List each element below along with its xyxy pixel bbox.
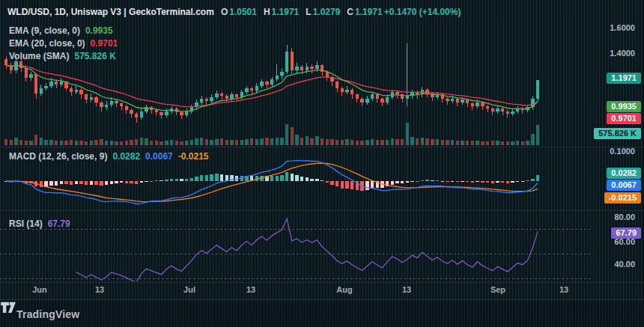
legend-row-ema9[interactable]: EMA (9, close, 0)0.9935 [9, 23, 113, 37]
footer-bar: TradingView [0, 299, 644, 327]
ohlc-high-value: 1.1971 [272, 7, 300, 17]
ohlc-high-label: H [264, 7, 270, 17]
price-tick-1-4000: 1.4000 [610, 49, 635, 58]
ohlc-close-label: C [347, 7, 353, 17]
legend-row-macd[interactable]: MACD (12, 26, close, 9)0.02820.0067-0.02… [9, 149, 209, 162]
time-tick-aug: Aug [336, 285, 352, 294]
volume-badge: 575.826 K [594, 128, 641, 139]
macd-label: MACD (12, 26, close, 9) [9, 151, 107, 162]
ema20-value: 0.9701 [91, 38, 118, 49]
macd-hist-badge: 0.0282 [607, 168, 641, 179]
ema9-price-badge: 0.9935 [607, 101, 641, 112]
legend-row-rsi[interactable]: RSI (14)67.79 [9, 216, 70, 230]
rsi-tick-40: 40.00 [614, 260, 635, 269]
macd-hist-value: 0.0282 [112, 151, 140, 162]
symbol-title[interactable]: WLD/USD, 1D, Uniswap V3 | GeckoTerminal.… [7, 7, 214, 17]
time-tick-jul13: 13 [246, 285, 255, 294]
rsi-label: RSI (14) [9, 218, 43, 229]
time-tick-aug13: 13 [402, 285, 411, 294]
rsi-tick-80: 80.00 [614, 213, 635, 221]
macd-signal-badge: -0.0215 [604, 192, 641, 204]
rsi-tick-60: 60.00 [614, 237, 635, 246]
price-tick-1-6000: 1.6000 [610, 23, 635, 32]
volume-label: Volume (SMA) [9, 51, 69, 61]
ohlc-close-value: 1.1971 [355, 7, 383, 17]
legend-row-volume[interactable]: Volume (SMA)575.826 K [9, 49, 116, 62]
ohlc-low-value: 1.0279 [313, 7, 341, 17]
ema20-price-badge: 0.9701 [607, 113, 641, 124]
time-tick-sep: Sep [490, 285, 505, 294]
macd-line-value: 0.0067 [145, 151, 173, 162]
ema20-label: EMA (20, close, 0) [9, 38, 85, 49]
ohlc-low-label: L [306, 7, 311, 17]
time-axis[interactable]: Jun 13 Jul 13 Aug 13 Sep 13 [0, 282, 644, 299]
time-tick-jul: Jul [183, 285, 195, 294]
macd-tick-0-1000: 0.1000 [610, 147, 635, 156]
time-tick-sep13: 13 [559, 285, 568, 294]
time-tick-jun: Jun [32, 285, 47, 294]
chart-header: WLD/USD, 1D, Uniswap V3 | GeckoTerminal.… [7, 4, 461, 18]
ohlc-open-value: 1.0501 [229, 7, 257, 17]
rsi-value: 67.79 [48, 218, 70, 229]
time-tick-jun13: 13 [95, 285, 104, 294]
ohlc-change: +0.1470 (+14.00%) [384, 7, 461, 17]
ohlc-open-label: O [221, 7, 228, 17]
volume-value: 575.826 K [74, 51, 115, 61]
macd-line-badge: 0.0067 [607, 180, 641, 191]
trading-chart-widget: WLD/USD, 1D, Uniswap V3 | GeckoTerminal.… [0, 0, 644, 327]
legend-row-ema20[interactable]: EMA (20, close, 0)0.9701 [9, 36, 118, 49]
ema9-value: 0.9935 [85, 25, 113, 36]
tradingview-brand-text[interactable]: TradingView [16, 308, 79, 320]
last-price-badge: 1.1971 [607, 73, 641, 84]
ema9-label: EMA (9, close, 0) [9, 25, 80, 36]
macd-signal-value: -0.0215 [178, 151, 209, 162]
